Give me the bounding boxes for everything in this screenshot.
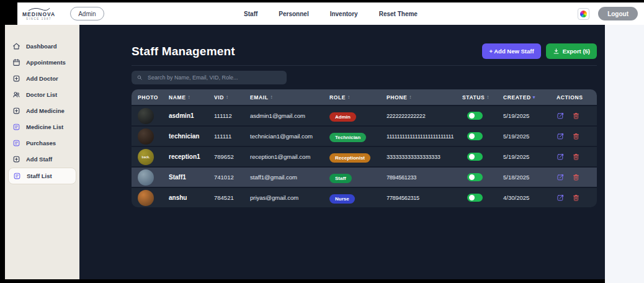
staff-name: anshu [169, 194, 214, 201]
table-row: back. reception1 789652 reception1@gmail… [132, 146, 597, 166]
sidebar-item-dashboard[interactable]: Dashboard [8, 38, 76, 54]
export-button[interactable]: Export (5) [546, 43, 597, 59]
edit-icon[interactable] [557, 173, 565, 181]
sidebar-item-appointments[interactable]: Appointments [8, 55, 76, 70]
row-actions [557, 173, 597, 181]
sidebar-item-add-doctor[interactable]: Add Doctor [8, 71, 76, 86]
logo-title: MEDINOVA [22, 12, 55, 17]
logo-tagline: SINCE 1987 [26, 18, 51, 21]
plus-square-icon [12, 107, 20, 115]
column-header-actions: ACTIONS [557, 94, 597, 101]
sidebar-item-label: Add Doctor [26, 75, 58, 82]
add-new-staff-button[interactable]: + Add New Staff [482, 43, 540, 59]
staff-avatar [138, 128, 154, 145]
search-bar [132, 71, 287, 84]
sidebar-item-doctor-list[interactable]: Doctor List [8, 87, 76, 102]
staff-email: reception1@gmail.com [250, 153, 329, 160]
delete-icon[interactable] [572, 132, 580, 140]
staff-phone: 333333333333333333 [387, 154, 462, 160]
admin-role-badge[interactable]: Admin [70, 7, 104, 20]
staff-avatar [138, 169, 154, 186]
status-toggle[interactable] [467, 153, 483, 161]
sort-icon: ↕ [347, 94, 351, 100]
nav-link-reset-theme[interactable]: Reset Theme [379, 11, 418, 17]
sidebar-item-staff-list[interactable]: Staff List [8, 168, 76, 184]
sort-icon: ↕ [270, 94, 273, 100]
column-header-label: ROLE [329, 94, 346, 101]
sidebar-nav: Dashboard Appointments Add Doctor Doctor… [5, 38, 79, 184]
plus-square-icon [12, 74, 20, 83]
delete-icon[interactable] [572, 112, 580, 120]
staff-name: Staff1 [169, 174, 214, 181]
search-input[interactable] [146, 74, 282, 81]
sidebar-item-label: Add Staff [26, 156, 52, 163]
staff-vid: 111111 [214, 133, 250, 140]
table-row: anshu 784521 priyas@gmail.com Nurse 7789… [132, 187, 597, 207]
nav-link-staff[interactable]: Staff [244, 11, 257, 17]
staff-vid: 784521 [214, 194, 250, 201]
status-toggle[interactable] [467, 112, 483, 120]
role-badge: Admin [329, 112, 356, 122]
table-body: asdmin1 111112 asdmin1@gmail.com Admin 2… [132, 105, 597, 207]
add-new-staff-label: + Add New Staff [489, 48, 534, 55]
header-buttons: + Add New Staff Export (5) [482, 43, 597, 59]
sidebar-item-add-staff[interactable]: Add Staff [8, 151, 76, 167]
search-icon [136, 74, 143, 81]
table-header-row: PHOTO NAME ↕ VID ↕ EMAIL ↕ ROLE ↕ PHONE … [132, 89, 597, 105]
delete-icon[interactable] [572, 194, 580, 202]
main-panel: Staff Management + Add New Staff Export … [79, 25, 605, 279]
sidebar-item-add-medicine[interactable]: Add Medicine [8, 103, 76, 119]
download-icon [553, 48, 560, 55]
column-header-vid[interactable]: VID ↕ [214, 94, 250, 101]
edit-icon[interactable] [557, 194, 565, 202]
status-toggle[interactable] [467, 132, 483, 140]
edit-icon[interactable] [557, 132, 565, 140]
staff-name: asdmin1 [169, 112, 214, 119]
status-toggle[interactable] [467, 173, 483, 181]
column-header-phone[interactable]: PHONE ↕ [387, 94, 462, 101]
home-icon [12, 42, 20, 50]
sidebar-item-purchases[interactable]: Purchases [8, 135, 76, 151]
table-row: Staff1 741012 staff1@gmail.com Staff 789… [132, 166, 597, 187]
column-header-created[interactable]: CREATED ▾ [503, 94, 557, 101]
staff-created-date: 4/30/2025 [503, 194, 557, 201]
column-header-label: STATUS [462, 94, 485, 101]
row-actions [557, 153, 597, 161]
role-badge: Technician [329, 133, 366, 142]
nav-link-inventory[interactable]: Inventory [330, 11, 358, 17]
sidebar-item-medicine-list[interactable]: Medicine List [8, 119, 76, 135]
column-header-status[interactable]: STATUS ↕ [462, 94, 503, 101]
column-header-label: EMAIL [250, 94, 268, 101]
navbar-right: Logout [578, 7, 638, 20]
column-header-email[interactable]: EMAIL ↕ [250, 94, 329, 101]
role-badge: Nurse [329, 194, 355, 204]
staff-email: technician1@gmail.com [250, 133, 329, 140]
staff-vid: 789652 [214, 153, 250, 160]
table-row: technician 111111 technician1@gmail.com … [132, 125, 597, 146]
top-navbar: MEDINOVA SINCE 1987 Admin StaffPersonnel… [17, 2, 644, 25]
column-header-photo: PHOTO [132, 94, 169, 101]
sidebar-item-label: Dashboard [26, 43, 57, 50]
nav-link-personnel[interactable]: Personnel [279, 11, 308, 17]
staff-email: asdmin1@gmail.com [250, 112, 329, 119]
delete-icon[interactable] [572, 173, 580, 181]
column-header-name[interactable]: NAME ↕ [169, 94, 214, 101]
sidebar-item-label: Staff List [27, 173, 52, 179]
title-divider [132, 65, 597, 66]
role-badge: Receptionist [329, 153, 370, 163]
export-label: Export (5) [563, 48, 590, 55]
logout-button[interactable]: Logout [598, 7, 638, 20]
sort-icon: ↕ [187, 94, 190, 100]
staff-avatar [138, 190, 154, 206]
theme-color-picker-icon[interactable] [578, 8, 589, 20]
sidebar: Dashboard Appointments Add Doctor Doctor… [5, 25, 79, 279]
edit-icon[interactable] [557, 112, 565, 120]
column-header-role[interactable]: ROLE ↕ [329, 94, 387, 101]
sort-icon: ↕ [486, 94, 490, 100]
delete-icon[interactable] [572, 153, 580, 161]
edit-icon[interactable] [557, 153, 565, 161]
staff-email: staff1@gmail.com [250, 174, 329, 181]
staff-avatar [138, 108, 154, 124]
status-toggle[interactable] [467, 194, 483, 202]
sort-icon: ▾ [533, 95, 535, 100]
